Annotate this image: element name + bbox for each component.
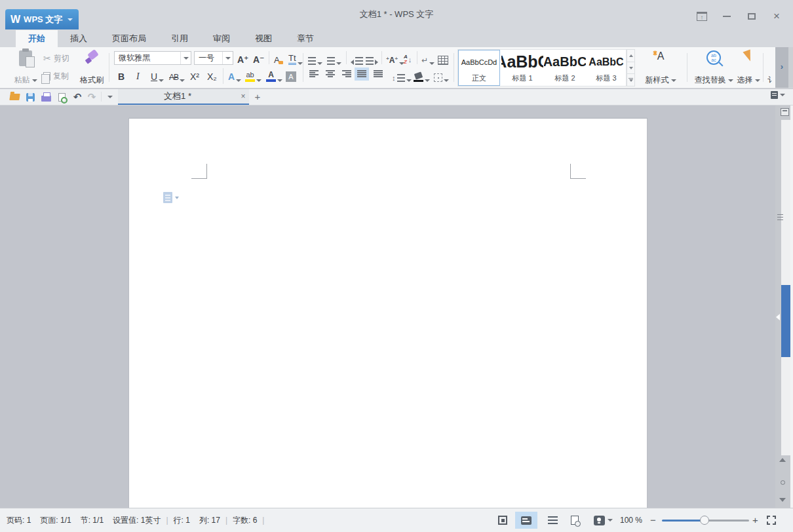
bullet-list-icon	[308, 57, 316, 65]
tab-page-layout[interactable]: 页面布局	[100, 30, 159, 47]
next-page-button[interactable]	[778, 495, 787, 504]
status-bar: 页码: 1 页面: 1/1 节: 1/1 设置值: 1英寸 | 行: 1 列: …	[0, 508, 793, 532]
decrease-indent-button[interactable]	[351, 52, 363, 65]
redo-button[interactable]: ↷	[85, 91, 98, 103]
border-icon	[434, 73, 442, 82]
decrease-font-button[interactable]: A⁻	[253, 52, 265, 65]
bold-button[interactable]: B	[118, 69, 125, 82]
align-left-button[interactable]	[307, 67, 321, 81]
bullet-list-button[interactable]	[308, 52, 322, 65]
ruler-toggle-icon[interactable]	[777, 214, 783, 221]
eye-protection-button[interactable]	[590, 512, 616, 529]
vertical-scrollbar-thumb[interactable]	[781, 285, 790, 357]
underline-button[interactable]: U	[151, 69, 164, 82]
task-pane-icon[interactable]	[781, 108, 789, 116]
tab-home[interactable]: 开始	[16, 30, 58, 47]
sidebar-expand-arrow[interactable]	[776, 314, 780, 320]
font-color-button[interactable]: A	[266, 69, 282, 82]
undo-button[interactable]: ↶	[71, 91, 84, 103]
tab-close-button[interactable]: ×	[237, 92, 249, 101]
tab-review[interactable]: 审阅	[201, 30, 242, 47]
increase-indent-button[interactable]	[366, 52, 378, 65]
paste-button[interactable]: 粘贴	[10, 50, 41, 86]
page-view-button[interactable]	[515, 512, 537, 529]
gallery-more-button[interactable]	[627, 74, 635, 86]
print-button[interactable]	[39, 91, 52, 103]
new-tab-button[interactable]: +	[252, 90, 263, 102]
italic-button[interactable]: I	[136, 69, 140, 82]
brush-icon	[85, 50, 99, 65]
text-grid-button[interactable]	[438, 52, 448, 65]
font-family-combo[interactable]: 微软雅黑	[114, 51, 191, 65]
font-color-icon: A	[266, 71, 276, 82]
sort-button[interactable]: AZ ↓	[404, 52, 412, 65]
zoom-out-button[interactable]: −	[650, 514, 656, 525]
distribute-button[interactable]	[371, 67, 385, 81]
save-button[interactable]	[24, 91, 37, 103]
copy-button[interactable]: 复制	[43, 69, 69, 83]
tab-list-icon	[771, 91, 778, 99]
justify-icon	[357, 70, 366, 78]
close-button[interactable]: ×	[769, 10, 784, 22]
pinyin-guide-button[interactable]: A	[228, 69, 241, 82]
web-view-button[interactable]	[565, 512, 585, 529]
char-scale-button[interactable]: +A+	[386, 52, 404, 65]
zoom-in-button[interactable]: +	[752, 514, 758, 525]
restore-up-button[interactable]: ↑	[695, 10, 709, 22]
show-marks-button[interactable]: ↵	[421, 52, 435, 65]
fullscreen-button[interactable]	[493, 512, 512, 529]
fit-page-button[interactable]	[767, 516, 776, 525]
chevron-down-icon	[68, 18, 73, 21]
text-effects-button[interactable]: Tt	[288, 52, 303, 65]
numbered-list-button[interactable]	[327, 52, 341, 65]
outline-view-button[interactable]	[543, 512, 562, 529]
tab-section[interactable]: 章节	[284, 30, 326, 47]
maximize-button[interactable]	[745, 10, 759, 22]
highlight-color-button[interactable]: ab	[245, 69, 261, 82]
undo-icon: ↶	[73, 91, 82, 103]
increase-font-button[interactable]: A⁺	[237, 52, 249, 65]
gallery-scroll-up-button[interactable]	[627, 49, 635, 62]
tab-references[interactable]: 引用	[159, 30, 201, 47]
browse-object-button[interactable]	[778, 478, 787, 487]
minimize-button[interactable]	[720, 10, 734, 22]
quickbar-customize-button[interactable]	[104, 91, 117, 103]
align-right-button[interactable]	[339, 67, 354, 81]
style-heading3[interactable]: AaBbC 标题 3	[587, 50, 626, 85]
document-page[interactable]	[128, 118, 648, 508]
format-painter-button[interactable]: 格式刷	[77, 50, 106, 86]
find-replace-button[interactable]: abac 查找替换	[691, 50, 737, 86]
previous-page-button[interactable]	[778, 455, 787, 465]
gallery-scroll-down-button[interactable]	[627, 62, 635, 75]
style-heading2[interactable]: AaBbC 标题 2	[544, 50, 586, 85]
style-normal[interactable]: AaBbCcDd 正文	[458, 50, 500, 86]
paste-options-button[interactable]	[163, 192, 179, 203]
char-shading-button[interactable]: A	[286, 69, 296, 82]
open-button[interactable]	[8, 91, 21, 103]
style-heading1[interactable]: AaBbC 标题 1	[501, 50, 543, 85]
borders-button[interactable]	[434, 69, 449, 82]
zoom-slider-thumb[interactable]	[700, 516, 709, 525]
cut-button[interactable]: ✂ 剪切	[43, 52, 69, 65]
document-tab[interactable]: 文档1 * ×	[118, 89, 249, 105]
pinyin-icon: A	[228, 71, 235, 82]
justify-button[interactable]	[355, 67, 369, 81]
subscript-button[interactable]: X₂	[207, 69, 217, 82]
tab-list-button[interactable]	[771, 91, 785, 99]
new-style-button[interactable]: A 新样式	[639, 50, 682, 86]
select-button[interactable]: 选择	[733, 50, 764, 86]
font-size-combo[interactable]: 一号	[194, 51, 233, 65]
tab-insert[interactable]: 插入	[58, 30, 100, 47]
line-spacing-button[interactable]: ↕	[392, 69, 412, 82]
clear-format-button[interactable]: A	[274, 52, 280, 65]
tab-view[interactable]: 视图	[242, 30, 284, 47]
print-preview-button[interactable]	[55, 91, 68, 103]
clipped-ribbon-button[interactable]: 讠	[767, 50, 775, 86]
strikethrough-button[interactable]: AB	[169, 69, 185, 82]
shading-button[interactable]	[414, 69, 430, 82]
highlight-icon: ab	[245, 71, 255, 82]
wps-app-button[interactable]: W WPS 文字	[5, 9, 79, 29]
align-center-button[interactable]	[323, 67, 338, 81]
superscript-button[interactable]: X²	[190, 69, 199, 82]
ribbon-expand-strip[interactable]: ›	[775, 47, 788, 88]
